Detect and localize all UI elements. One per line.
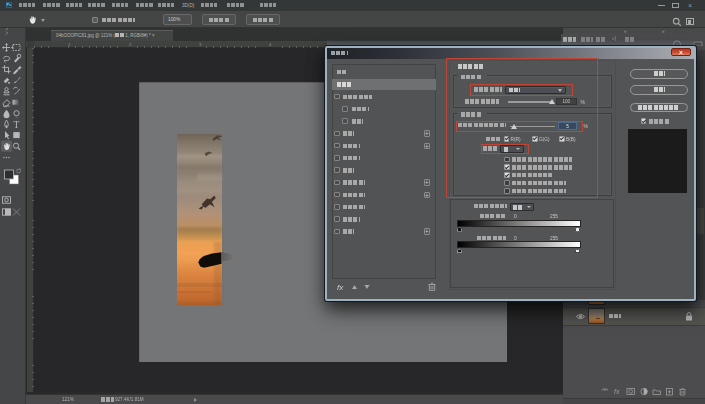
svg-text:fx: fx <box>337 283 344 292</box>
svg-text:T: T <box>14 120 20 130</box>
svg-text:fx: fx <box>614 388 620 395</box>
